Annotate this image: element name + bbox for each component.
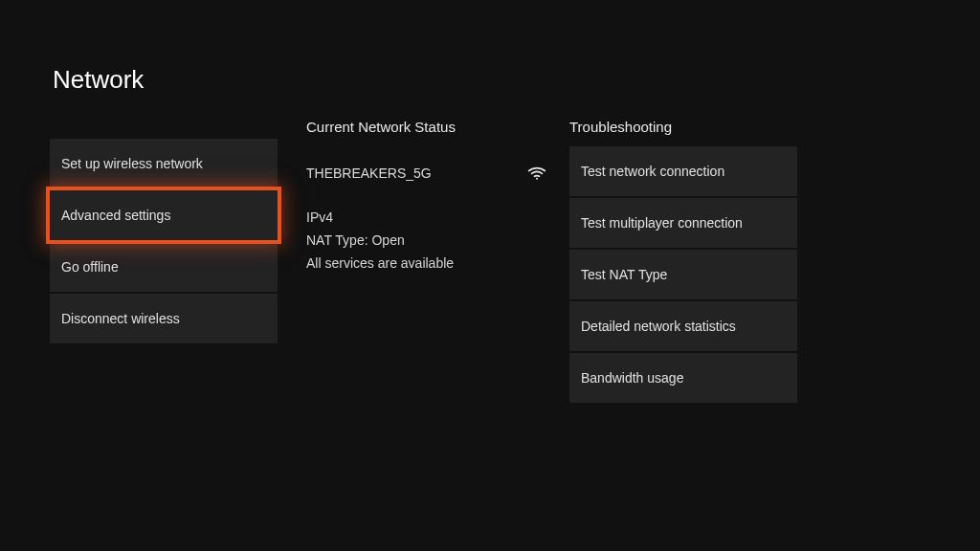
menu-item-disconnect-wireless[interactable]: Disconnect wireless — [50, 294, 278, 343]
network-status-panel: Current Network Status THEBREAKERS_5G IP… — [306, 119, 550, 278]
menu-item-label: Set up wireless network — [61, 156, 203, 171]
troubleshoot-item-label: Bandwidth usage — [581, 370, 683, 386]
menu-item-go-offline[interactable]: Go offline — [50, 242, 278, 292]
troubleshoot-item-label: Test network connection — [581, 164, 724, 179]
left-menu: Set up wireless network Advanced setting… — [50, 139, 278, 343]
troubleshoot-test-nat[interactable]: Test NAT Type — [569, 250, 797, 299]
wifi-icon — [527, 164, 546, 183]
services-status: All services are available — [306, 255, 550, 271]
troubleshoot-test-network[interactable]: Test network connection — [569, 146, 797, 196]
ip-version: IPv4 — [306, 209, 550, 225]
status-heading: Current Network Status — [306, 119, 550, 135]
page-title: Network — [53, 65, 144, 95]
menu-item-label: Go offline — [61, 259, 119, 275]
troubleshoot-bandwidth-usage[interactable]: Bandwidth usage — [569, 353, 797, 403]
menu-item-label: Advanced settings — [61, 208, 170, 223]
troubleshoot-test-multiplayer[interactable]: Test multiplayer connection — [569, 198, 797, 248]
troubleshooting-heading: Troubleshooting — [569, 119, 797, 135]
troubleshoot-item-label: Test multiplayer connection — [581, 215, 743, 231]
troubleshoot-item-label: Detailed network statistics — [581, 319, 736, 334]
svg-point-0 — [536, 178, 538, 180]
troubleshooting-panel: Troubleshooting Test network connection … — [569, 119, 797, 403]
ssid-value: THEBREAKERS_5G — [306, 165, 432, 181]
menu-item-setup-wireless[interactable]: Set up wireless network — [50, 139, 278, 188]
menu-item-label: Disconnect wireless — [61, 311, 180, 326]
menu-item-advanced-settings[interactable]: Advanced settings — [50, 190, 278, 240]
nat-type: NAT Type: Open — [306, 232, 550, 248]
troubleshooting-list: Test network connection Test multiplayer… — [569, 146, 797, 403]
ssid-row: THEBREAKERS_5G — [306, 164, 550, 183]
troubleshoot-detailed-stats[interactable]: Detailed network statistics — [569, 301, 797, 351]
troubleshoot-item-label: Test NAT Type — [581, 267, 667, 282]
